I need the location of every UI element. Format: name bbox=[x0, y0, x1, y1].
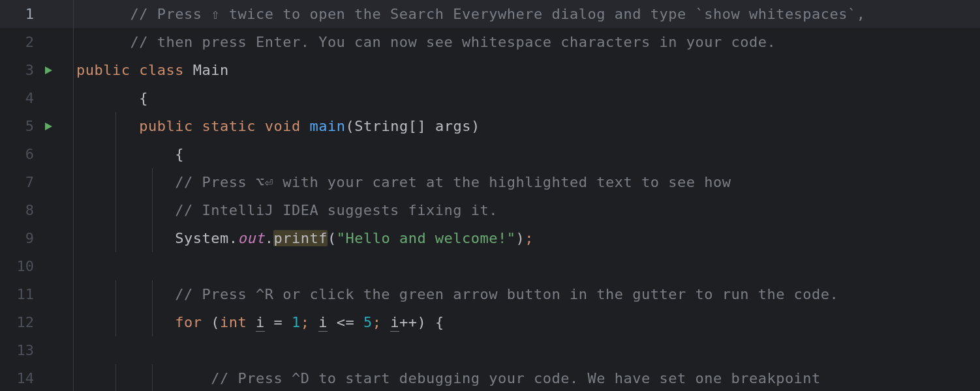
field-out: out bbox=[237, 230, 264, 246]
keyword-public: public bbox=[139, 118, 192, 134]
code-line[interactable]: 10 bbox=[0, 252, 980, 280]
line-number: 1 bbox=[0, 0, 39, 28]
brace-open: { bbox=[175, 146, 184, 162]
dot: . bbox=[229, 230, 238, 246]
code-line[interactable]: 11 // Press ^R or click the green arrow … bbox=[0, 280, 980, 308]
line-number: 7 bbox=[0, 168, 39, 196]
comment-text: // IntelliJ IDEA suggests fixing it. bbox=[175, 202, 498, 218]
string-literal: "Hello and welcome!" bbox=[337, 230, 516, 246]
brace-open: { bbox=[139, 90, 148, 106]
keyword-int: int bbox=[220, 314, 247, 330]
gutter: 13 bbox=[0, 336, 73, 364]
code-line[interactable]: 5 public static void main(String[] args) bbox=[0, 112, 980, 140]
run-gutter-icon[interactable] bbox=[43, 65, 54, 76]
run-marker-slot[interactable] bbox=[39, 121, 65, 132]
line-number: 10 bbox=[0, 252, 39, 280]
class-name: Main bbox=[193, 62, 229, 78]
code-content[interactable]: for (int i = 1; i <= 5; i++) { bbox=[74, 308, 444, 336]
line-number: 4 bbox=[0, 84, 39, 112]
number-literal: 1 bbox=[292, 314, 301, 330]
code-content[interactable]: System.out.printf("Hello and welcome!"); bbox=[74, 224, 534, 252]
local-var-i: i bbox=[318, 314, 328, 332]
comment-text: // then press Enter. You can now see whi… bbox=[130, 34, 776, 50]
gutter: 6 bbox=[0, 140, 73, 168]
gutter: 1 bbox=[0, 0, 73, 28]
paren-open: ( bbox=[211, 314, 220, 330]
code-content[interactable]: public class Main bbox=[74, 56, 229, 84]
line-number: 12 bbox=[0, 308, 39, 336]
svg-marker-1 bbox=[45, 123, 52, 130]
gutter: 4 bbox=[0, 84, 73, 112]
code-content[interactable]: // IntelliJ IDEA suggests fixing it. bbox=[74, 196, 498, 224]
code-content[interactable]: public static void main(String[] args) bbox=[74, 112, 480, 140]
line-number: 13 bbox=[0, 336, 39, 364]
line-number: 5 bbox=[0, 112, 39, 140]
code-line[interactable]: 7 // Press ⌥⏎ with your caret at the hig… bbox=[0, 168, 980, 196]
code-content[interactable]: // Press ^D to start debugging your code… bbox=[74, 364, 821, 391]
line-number: 11 bbox=[0, 280, 39, 308]
gutter: 11 bbox=[0, 280, 73, 308]
code-line[interactable]: 6 { bbox=[0, 140, 980, 168]
class-ref-system: System bbox=[175, 230, 228, 246]
paren-open: ( bbox=[345, 118, 354, 134]
semicolon: ; bbox=[525, 230, 534, 246]
brace-open: { bbox=[435, 314, 444, 330]
gutter: 7 bbox=[0, 168, 73, 196]
gutter: 14 bbox=[0, 364, 73, 391]
keyword-public: public bbox=[76, 62, 130, 78]
method-name: main bbox=[309, 118, 345, 134]
code-line[interactable]: 13 bbox=[0, 336, 980, 364]
keyword-static: static bbox=[202, 118, 255, 134]
op-compare: <= bbox=[328, 314, 363, 330]
op-increment: ++ bbox=[399, 314, 418, 330]
method-call-printf: printf bbox=[273, 230, 327, 246]
keyword-class: class bbox=[139, 62, 184, 78]
comment-text: // Press ^D to start debugging your code… bbox=[211, 370, 821, 386]
op-assign: = bbox=[265, 314, 292, 330]
svg-marker-0 bbox=[45, 66, 52, 74]
code-line[interactable]: 9 System.out.printf("Hello and welcome!"… bbox=[0, 224, 980, 252]
paren-close: ) bbox=[417, 314, 426, 330]
type-string: String bbox=[354, 118, 408, 134]
brackets: [] bbox=[408, 118, 427, 134]
gutter-divider bbox=[73, 252, 74, 280]
semicolon: ; bbox=[301, 314, 310, 330]
code-line[interactable]: 4 { bbox=[0, 84, 980, 112]
comment-text: // Press ^R or click the green arrow but… bbox=[175, 286, 838, 302]
keyword-for: for bbox=[175, 314, 202, 330]
comment-text: // Press ⌥⏎ with your caret at the highl… bbox=[175, 174, 731, 190]
line-number: 9 bbox=[0, 224, 39, 252]
code-content[interactable]: { bbox=[74, 140, 184, 168]
keyword-void: void bbox=[265, 118, 301, 134]
code-content[interactable]: // Press ^R or click the green arrow but… bbox=[74, 280, 838, 308]
gutter: 5 bbox=[0, 112, 73, 140]
paren-close: ) bbox=[516, 230, 525, 246]
gutter: 2 bbox=[0, 28, 73, 56]
code-line[interactable]: 8 // IntelliJ IDEA suggests fixing it. bbox=[0, 196, 980, 224]
gutter: 8 bbox=[0, 196, 73, 224]
line-number: 6 bbox=[0, 140, 39, 168]
gutter: 9 bbox=[0, 224, 73, 252]
gutter: 10 bbox=[0, 252, 73, 280]
dot: . bbox=[265, 230, 274, 246]
paren-close: ) bbox=[471, 118, 480, 134]
number-literal: 5 bbox=[363, 314, 373, 330]
run-marker-slot[interactable] bbox=[39, 65, 65, 76]
line-number: 2 bbox=[0, 28, 39, 56]
line-number: 8 bbox=[0, 196, 39, 224]
run-gutter-icon[interactable] bbox=[43, 121, 54, 132]
code-content[interactable]: // Press ⌥⏎ with your caret at the highl… bbox=[74, 168, 731, 196]
code-editor[interactable]: 1 // Press ⇧ twice to open the Search Ev… bbox=[0, 0, 980, 391]
code-line[interactable]: 14 // Press ^D to start debugging your c… bbox=[0, 364, 980, 391]
gutter: 3 bbox=[0, 56, 73, 84]
code-content[interactable]: { bbox=[74, 84, 148, 112]
line-number: 3 bbox=[0, 56, 39, 84]
line-number: 14 bbox=[0, 364, 39, 391]
param-name: args bbox=[435, 118, 471, 134]
code-line[interactable]: 12 for (int i = 1; i <= 5; i++) { bbox=[0, 308, 980, 336]
local-var-i: i bbox=[256, 314, 265, 332]
gutter-divider bbox=[73, 336, 74, 364]
paren-open: ( bbox=[328, 230, 337, 246]
local-var-i: i bbox=[390, 314, 399, 332]
gutter: 12 bbox=[0, 308, 73, 336]
